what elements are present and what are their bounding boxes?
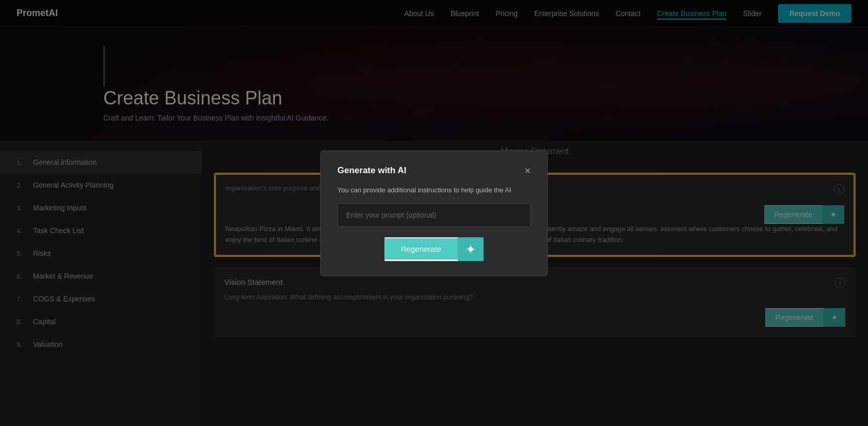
generate-ai-modal: Generate with AI × You can provide addit…	[320, 150, 548, 276]
modal-close-button[interactable]: ×	[524, 165, 531, 176]
modal-regenerate-button[interactable]: Regenerate	[384, 237, 484, 261]
modal-ai-icon	[465, 244, 476, 255]
modal-regen-icon	[458, 237, 484, 261]
modal-regen-label: Regenerate	[384, 238, 458, 260]
modal-prompt-input[interactable]	[337, 203, 531, 227]
modal-title: Generate with AI	[337, 165, 407, 176]
modal-overlay[interactable]: Generate with AI × You can provide addit…	[0, 0, 868, 426]
modal-footer: Regenerate	[337, 237, 531, 261]
modal-header: Generate with AI ×	[337, 165, 531, 176]
modal-description: You can provide additional instructions …	[337, 186, 531, 194]
